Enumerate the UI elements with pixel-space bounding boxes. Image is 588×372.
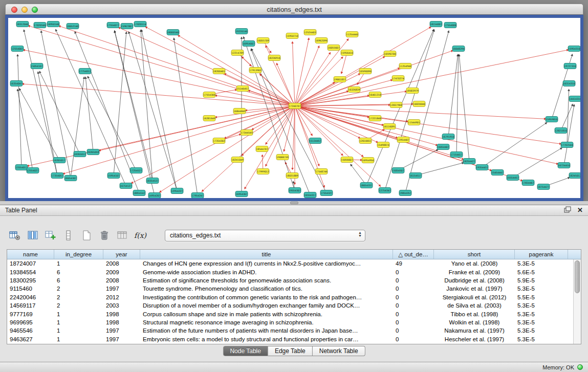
graph-node[interactable]: 15146457 xyxy=(236,86,249,92)
graph-node[interactable]: 12954227 xyxy=(171,188,183,194)
graph-node[interactable]: 15054507 xyxy=(392,168,404,173)
graph-node[interactable]: 16116091 xyxy=(383,124,396,129)
graph-node[interactable]: 15134457 xyxy=(309,138,321,144)
row-mode-icon[interactable] xyxy=(62,229,75,242)
graph-node[interactable]: 19727310 xyxy=(564,63,576,69)
tab-network-table[interactable]: Network Table xyxy=(313,346,365,356)
table-row[interactable]: 946362711997Embryonic stem cells: a mode… xyxy=(7,335,581,343)
graph-node[interactable]: 15054107 xyxy=(31,63,43,69)
graph-node[interactable]: 18154007 xyxy=(430,21,442,27)
graph-node[interactable]: 17020114 xyxy=(134,21,146,27)
graph-node[interactable]: 18652140 xyxy=(67,24,79,29)
graph-node[interactable]: 19661837 xyxy=(334,77,346,82)
graph-node[interactable]: 19220140 xyxy=(235,29,248,34)
graph-node[interactable]: 19854357 xyxy=(399,190,411,196)
graph-node[interactable]: 17548746 xyxy=(315,169,328,174)
graph-node[interactable]: 19088739 xyxy=(276,155,289,160)
graph-node[interactable]: 16354047 xyxy=(10,81,23,86)
graph-node[interactable]: 17344545 xyxy=(241,130,253,136)
graph-node[interactable]: 18654337 xyxy=(360,183,373,188)
graph-node[interactable]: 15498874 xyxy=(377,142,389,148)
graph-node[interactable]: 12754347 xyxy=(379,188,391,193)
function-builder-icon[interactable]: f(x) xyxy=(134,229,147,242)
close-panel-icon[interactable]: ✕ xyxy=(577,207,583,213)
graph-node[interactable]: 10590090 xyxy=(359,69,372,74)
graph-node[interactable]: 16950140 xyxy=(47,21,59,27)
graph-node[interactable]: 18000540 xyxy=(167,30,179,35)
graph-node[interactable]: 15056607 xyxy=(341,157,353,163)
graph-node[interactable]: 16461218 xyxy=(369,92,381,98)
graph-node[interactable]: 14414310 xyxy=(569,96,580,102)
graph-node[interactable]: 17754012 xyxy=(79,69,91,74)
graph-node[interactable]: 14954207 xyxy=(148,193,161,199)
graph-node[interactable]: 16962096 xyxy=(315,38,328,43)
graph-node[interactable]: 16754127 xyxy=(120,183,132,189)
graph-node[interactable]: 17999012 xyxy=(257,169,269,174)
graph-node[interactable]: 15956410 xyxy=(341,50,353,56)
graph-node[interactable]: 12214789 xyxy=(231,50,244,56)
network-view[interactable]: 1724070718031889179990121824104917354302… xyxy=(5,15,583,201)
table-row[interactable]: 2242004622012Investigating the contribut… xyxy=(7,293,581,301)
graph-node[interactable]: 12821810 xyxy=(555,128,567,134)
graph-node[interactable]: 16054407 xyxy=(437,144,449,150)
graph-node[interactable]: 16791910 xyxy=(442,134,454,140)
graph-node[interactable]: 16724410 xyxy=(558,163,570,168)
scrollbar-thumb[interactable] xyxy=(575,260,580,293)
graph-node[interactable]: 18354537 xyxy=(146,178,159,184)
table-row[interactable]: 1938455462009Genome-wide association stu… xyxy=(7,268,581,276)
tab-node-table[interactable]: Node Table xyxy=(223,346,268,356)
graph-node[interactable]: 12524403 xyxy=(304,30,316,35)
graph-node[interactable]: 18254427 xyxy=(463,159,475,164)
window-titlebar[interactable]: citations_edges.txt xyxy=(5,4,583,15)
graph-node[interactable]: 17554077 xyxy=(107,23,119,28)
graph-node[interactable]: 16648294 xyxy=(452,46,465,52)
table-row[interactable]: 1872400712008Changes of HCN gene express… xyxy=(7,259,581,268)
float-panel-icon[interactable] xyxy=(564,206,571,214)
graph-node[interactable]: 18031889 xyxy=(286,173,298,179)
graph-node[interactable]: 16844849 xyxy=(233,108,246,114)
graph-node[interactable]: 15954310 xyxy=(568,46,580,52)
graph-node[interactable]: 18854147 xyxy=(133,190,145,196)
graph-node[interactable]: 18241049 xyxy=(231,157,244,163)
graph-node[interactable]: 17020540 xyxy=(34,23,46,28)
graph-node[interactable]: 20265059 xyxy=(87,149,99,155)
column-header-4[interactable]: △ out_de… xyxy=(393,250,434,259)
graph-node[interactable]: 16954007 xyxy=(243,41,255,47)
column-header-5[interactable]: short xyxy=(434,250,515,259)
graph-node[interactable]: 17221848 xyxy=(369,116,381,121)
graph-node[interactable]: 18200401 xyxy=(213,69,225,74)
graph-node[interactable]: 17554008 xyxy=(444,23,456,28)
column-header-3[interactable]: title xyxy=(140,250,393,259)
graph-node[interactable]: 16954367 xyxy=(235,191,248,197)
graph-node[interactable]: 17703544 xyxy=(561,142,573,148)
table-row[interactable]: 1830029562008Estimation of significance … xyxy=(7,276,581,285)
graph-node[interactable]: 18544707 xyxy=(256,146,268,152)
graph-node[interactable]: 17554300 xyxy=(203,92,215,98)
graph-node[interactable]: 18454307 xyxy=(64,176,77,181)
tab-edge-table[interactable]: Edge Table xyxy=(268,346,313,356)
graph-node[interactable]: 18245012 xyxy=(569,173,580,179)
graph-node[interactable]: 16265017 xyxy=(53,158,66,163)
graph-node[interactable]: 16314310 xyxy=(563,81,575,86)
graph-node[interactable]: 17554327 xyxy=(320,190,333,196)
graph-node[interactable]: 17954247 xyxy=(191,193,204,199)
graph-node[interactable]: 15959810 xyxy=(546,117,558,122)
table-options-icon[interactable] xyxy=(8,229,21,242)
graph-node[interactable]: 16954950 xyxy=(362,158,374,163)
zoom-button[interactable] xyxy=(32,7,38,13)
column-header-2[interactable]: year xyxy=(103,250,140,259)
graph-node[interactable]: 16055607 xyxy=(328,45,340,51)
graph-node[interactable]: 12554027 xyxy=(27,168,39,173)
graph-node[interactable]: 10590700 xyxy=(384,51,396,57)
graph-node[interactable]: 17654467 xyxy=(522,180,534,186)
table-selector-combo[interactable]: citations_edges.txt ▲▼ xyxy=(165,230,365,242)
graph-node[interactable]: 15954107 xyxy=(107,173,120,179)
graph-node[interactable]: 18312040 xyxy=(16,21,29,27)
graph-node[interactable]: 19554307 xyxy=(289,188,301,193)
graph-node[interactable]: 11254940 xyxy=(399,63,411,69)
new-table-icon[interactable] xyxy=(80,229,93,242)
graph-node[interactable]: 12837968 xyxy=(390,102,402,108)
graph-node[interactable]: 19354437 xyxy=(476,165,488,170)
close-button[interactable] xyxy=(11,7,17,13)
graph-node[interactable]: 15454447 xyxy=(491,170,504,176)
